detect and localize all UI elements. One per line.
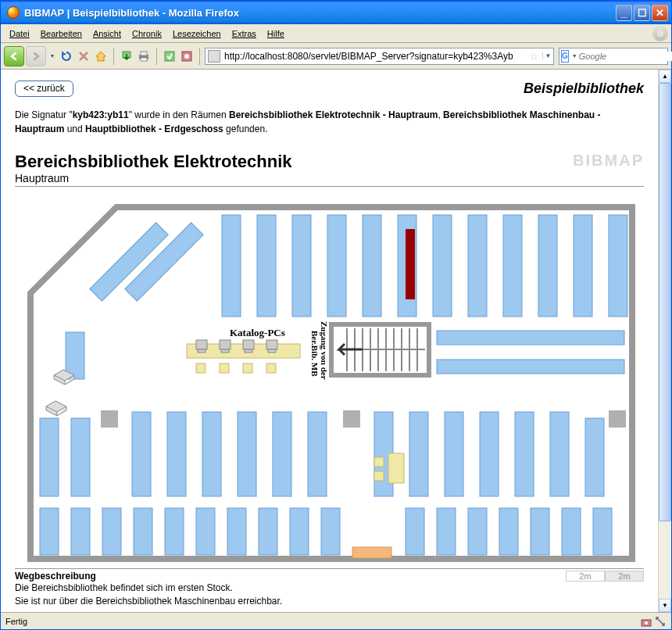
download-icon[interactable] — [119, 48, 134, 64]
svg-rect-18 — [538, 215, 557, 317]
desc-title: Wegbeschreibung — [15, 571, 96, 582]
scroll-down-button[interactable]: ▼ — [659, 599, 671, 612]
highlighted-shelf — [406, 229, 415, 299]
nav-back-button[interactable] — [4, 46, 24, 66]
scroll-up-button[interactable]: ▲ — [659, 70, 671, 83]
svg-rect-19 — [574, 215, 592, 317]
search-input[interactable] — [579, 52, 672, 61]
svg-rect-51 — [343, 410, 360, 428]
svg-rect-64 — [480, 412, 499, 496]
svg-rect-23 — [196, 340, 207, 349]
svg-rect-77 — [227, 508, 246, 555]
toolbar: ▼ ☆ ▼ G ▼ 🔍 — [1, 43, 671, 70]
search-bar[interactable]: G ▼ 🔍 — [559, 48, 668, 65]
svg-rect-49 — [437, 360, 624, 374]
svg-rect-87 — [593, 508, 612, 555]
svg-rect-16 — [468, 215, 487, 317]
svg-rect-75 — [165, 508, 184, 555]
svg-rect-62 — [409, 412, 428, 496]
svg-rect-58 — [238, 412, 256, 496]
svg-rect-50 — [101, 410, 118, 428]
svg-rect-2 — [141, 52, 147, 55]
svg-rect-30 — [268, 349, 276, 353]
svg-rect-20 — [609, 215, 627, 317]
svg-rect-27 — [243, 340, 254, 349]
svg-rect-86 — [562, 508, 581, 555]
svg-rect-31 — [196, 363, 206, 373]
svg-rect-33 — [243, 363, 252, 373]
svg-rect-29 — [266, 340, 277, 349]
nav-forward-button[interactable] — [26, 46, 46, 66]
svg-rect-88 — [352, 547, 391, 558]
url-input[interactable] — [223, 51, 526, 62]
svg-rect-68 — [388, 453, 404, 483]
addon2-icon[interactable] — [179, 48, 195, 64]
svg-rect-63 — [445, 412, 463, 496]
svg-rect-26 — [221, 349, 229, 353]
katalog-label: Katalog-PCs — [230, 327, 285, 338]
svg-rect-66 — [550, 412, 569, 496]
map-subtitle: Hauptraum — [15, 172, 292, 184]
svg-rect-74 — [134, 508, 152, 555]
window-titlebar: BIBMAP | Beispielbibliothek - Mozilla Fi… — [1, 1, 671, 24]
close-button[interactable]: ✕ — [652, 5, 668, 21]
svg-rect-83 — [468, 508, 487, 555]
status-icon-1 — [640, 615, 652, 628]
home-button[interactable] — [93, 48, 109, 64]
window-title: BIBMAP | Beispielbibliothek - Mozilla Fi… — [23, 7, 616, 19]
throbber-icon — [652, 26, 668, 41]
menu-lesezeichen[interactable]: Lesezeichen — [167, 27, 227, 40]
status-icon-2 — [654, 615, 667, 628]
status-text: Fertig — [5, 617, 27, 626]
svg-rect-32 — [220, 363, 229, 373]
svg-rect-13 — [363, 215, 381, 317]
menu-chronik[interactable]: Chronik — [127, 27, 167, 40]
svg-rect-11 — [292, 215, 311, 317]
stop-button[interactable] — [76, 48, 91, 64]
svg-rect-56 — [167, 412, 186, 496]
svg-rect-28 — [245, 349, 252, 353]
print-icon[interactable] — [136, 48, 152, 64]
google-icon[interactable]: G — [561, 50, 569, 63]
svg-rect-54 — [71, 418, 90, 496]
svg-rect-52 — [609, 410, 626, 428]
desc-text: Die Bereichsbibliothek befindet sich im … — [15, 582, 644, 608]
svg-rect-15 — [433, 215, 452, 317]
app-icon — [7, 6, 20, 19]
page-icon — [208, 50, 220, 63]
svg-rect-84 — [499, 508, 518, 555]
back-button[interactable]: << zurück — [15, 81, 73, 97]
svg-rect-9 — [222, 215, 241, 317]
menu-datei[interactable]: Datei — [4, 27, 35, 40]
nav-history-dropdown[interactable]: ▼ — [48, 46, 57, 66]
svg-rect-25 — [220, 340, 231, 349]
svg-rect-76 — [196, 508, 215, 555]
svg-rect-82 — [437, 508, 456, 555]
svg-rect-78 — [259, 508, 277, 555]
menubar: Datei Bearbeiten Ansicht Chronik Lesezei… — [1, 24, 671, 43]
svg-rect-80 — [321, 508, 340, 555]
svg-rect-17 — [503, 215, 522, 317]
svg-rect-24 — [198, 349, 206, 353]
vertical-scrollbar[interactable]: ▲ ▼ — [658, 70, 671, 612]
statusbar: Fertig — [1, 612, 671, 629]
addon1-icon[interactable] — [162, 48, 177, 64]
map-title: Bereichsbibliothek Elektrotechnik — [15, 152, 292, 172]
url-bar[interactable]: ☆ ▼ — [205, 48, 554, 65]
scroll-thumb[interactable] — [659, 83, 671, 521]
url-dropdown[interactable]: ▼ — [542, 52, 553, 59]
svg-point-90 — [645, 621, 648, 625]
minimize-button[interactable]: _ — [616, 5, 632, 21]
bookmark-star-icon[interactable]: ☆ — [526, 50, 542, 63]
menu-ansicht[interactable]: Ansicht — [88, 27, 127, 40]
reload-button[interactable] — [59, 48, 74, 64]
maximize-button[interactable]: ☐ — [634, 5, 650, 21]
menu-bearbeiten[interactable]: Bearbeiten — [35, 27, 88, 40]
svg-rect-3 — [141, 58, 147, 61]
menu-extras[interactable]: Extras — [227, 27, 262, 40]
library-name: Beispielbibliothek — [524, 81, 644, 97]
svg-rect-70 — [374, 471, 384, 481]
page-content: << zurück Beispielbibliothek Die Signatu… — [1, 70, 658, 612]
svg-rect-81 — [406, 508, 424, 555]
menu-hilfe[interactable]: Hilfe — [262, 27, 290, 40]
